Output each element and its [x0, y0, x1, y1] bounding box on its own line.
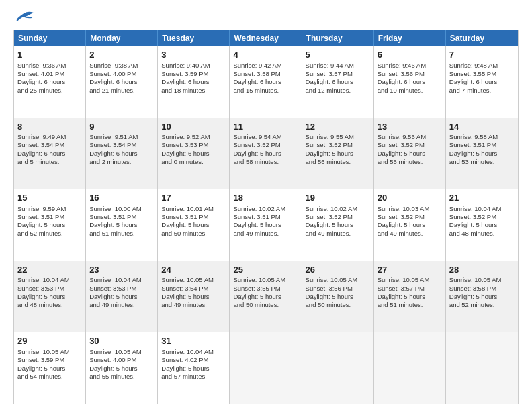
cell-info-line: Sunrise: 10:05 AM: [449, 276, 515, 284]
cell-info-line: and 52 minutes.: [17, 230, 82, 238]
calendar-cell: 26Sunrise: 10:05 AMSunset: 3:56 PMDaylig…: [302, 261, 374, 332]
day-number: 13: [378, 121, 442, 133]
cell-info-line: Sunrise: 10:05 AM: [378, 276, 442, 284]
day-number: 30: [89, 335, 154, 347]
cell-info-line: Sunrise: 9:58 AM: [449, 133, 515, 141]
cell-info-line: Sunset: 3:53 PM: [17, 285, 82, 293]
cell-info-line: and 54 minutes.: [17, 373, 82, 381]
cell-info-line: Sunrise: 9:46 AM: [378, 62, 442, 70]
cell-info-line: Sunset: 4:02 PM: [161, 356, 226, 364]
calendar-cell: 5Sunrise: 9:44 AMSunset: 3:57 PMDaylight…: [302, 46, 374, 118]
cell-info-line: Daylight: 6 hours: [378, 78, 442, 86]
calendar-cell: 15Sunrise: 9:59 AMSunset: 3:51 PMDayligh…: [14, 189, 86, 261]
cell-info-line: Sunset: 3:51 PM: [17, 213, 82, 221]
cell-info-line: Daylight: 5 hours: [306, 221, 370, 229]
weekday-header-wednesday: Wednesday: [230, 30, 302, 46]
cell-info-line: and 5 minutes.: [17, 158, 82, 166]
calendar-cell: 22Sunrise: 10:04 AMSunset: 3:53 PMDaylig…: [14, 261, 86, 332]
weekday-header-tuesday: Tuesday: [158, 30, 230, 46]
cell-info-line: and 7 minutes.: [449, 87, 515, 95]
cell-info-line: Sunset: 3:51 PM: [449, 141, 515, 149]
calendar-cell: 25Sunrise: 10:05 AMSunset: 3:55 PMDaylig…: [230, 261, 302, 332]
cell-info-line: Sunrise: 9:36 AM: [17, 62, 82, 70]
cell-info-line: Daylight: 5 hours: [161, 365, 226, 373]
calendar-cell: [302, 332, 374, 404]
weekday-header-thursday: Thursday: [302, 30, 374, 46]
cell-info-line: and 50 minutes.: [306, 301, 370, 309]
cell-info-line: Sunset: 3:52 PM: [233, 141, 298, 149]
cell-info-line: and 48 minutes.: [449, 230, 515, 238]
day-number: 10: [161, 121, 226, 133]
calendar: SundayMondayTuesdayWednesdayThursdayFrid…: [13, 30, 519, 404]
cell-info-line: and 58 minutes.: [233, 158, 298, 166]
day-number: 21: [449, 192, 515, 204]
cell-info-line: Daylight: 6 hours: [161, 78, 226, 86]
weekday-header-sunday: Sunday: [14, 30, 86, 46]
calendar-cell: 7Sunrise: 9:48 AMSunset: 3:55 PMDaylight…: [446, 46, 518, 118]
cell-info-line: Sunrise: 9:40 AM: [161, 62, 226, 70]
cell-info-line: Sunset: 3:52 PM: [306, 213, 370, 221]
cell-info-line: Daylight: 5 hours: [233, 293, 298, 301]
day-number: 31: [161, 335, 226, 347]
calendar-cell: 21Sunrise: 10:04 AMSunset: 3:52 PMDaylig…: [446, 189, 518, 261]
calendar-cell: 19Sunrise: 10:02 AMSunset: 3:52 PMDaylig…: [302, 189, 374, 261]
cell-info-line: and 2 minutes.: [89, 158, 154, 166]
calendar-row-3: 15Sunrise: 9:59 AMSunset: 3:51 PMDayligh…: [14, 189, 518, 261]
cell-info-line: Sunrise: 9:51 AM: [89, 133, 154, 141]
cell-info-line: Daylight: 6 hours: [89, 78, 154, 86]
cell-info-line: Sunrise: 9:55 AM: [306, 133, 370, 141]
calendar-row-1: 1Sunrise: 9:36 AMSunset: 4:01 PMDaylight…: [14, 46, 518, 118]
cell-info-line: Sunset: 3:54 PM: [89, 141, 154, 149]
cell-info-line: and 57 minutes.: [161, 373, 226, 381]
cell-info-line: Daylight: 6 hours: [17, 78, 82, 86]
day-number: 17: [161, 192, 226, 204]
calendar-body: 1Sunrise: 9:36 AMSunset: 4:01 PMDaylight…: [14, 46, 518, 404]
calendar-cell: 2Sunrise: 9:38 AMSunset: 4:00 PMDaylight…: [86, 46, 158, 118]
cell-info-line: Daylight: 5 hours: [233, 221, 298, 229]
cell-info-line: Sunset: 4:01 PM: [17, 70, 82, 78]
calendar-cell: 29Sunrise: 10:05 AMSunset: 3:59 PMDaylig…: [14, 332, 86, 404]
cell-info-line: Daylight: 6 hours: [449, 78, 515, 86]
cell-info-line: Sunrise: 10:01 AM: [161, 205, 226, 213]
cell-info-line: and 0 minutes.: [161, 158, 226, 166]
cell-info-line: Daylight: 5 hours: [161, 221, 226, 229]
cell-info-line: Sunset: 3:52 PM: [449, 213, 515, 221]
cell-info-line: Daylight: 5 hours: [449, 150, 515, 158]
cell-info-line: Sunset: 3:51 PM: [161, 213, 226, 221]
day-number: 26: [306, 264, 370, 276]
calendar-cell: 6Sunrise: 9:46 AMSunset: 3:56 PMDaylight…: [374, 46, 446, 118]
cell-info-line: Sunrise: 10:05 AM: [17, 348, 82, 356]
cell-info-line: and 49 minutes.: [306, 230, 370, 238]
cell-info-line: Sunrise: 10:05 AM: [89, 348, 154, 356]
weekday-header-friday: Friday: [374, 30, 446, 46]
calendar-row-2: 8Sunrise: 9:49 AMSunset: 3:54 PMDaylight…: [14, 118, 518, 189]
calendar-cell: 20Sunrise: 10:03 AMSunset: 3:52 PMDaylig…: [374, 189, 446, 261]
cell-info-line: Sunrise: 9:59 AM: [17, 205, 82, 213]
cell-info-line: and 56 minutes.: [306, 158, 370, 166]
cell-info-line: Sunrise: 10:05 AM: [161, 276, 226, 284]
day-number: 16: [89, 192, 154, 204]
cell-info-line: Sunrise: 10:05 AM: [306, 276, 370, 284]
cell-info-line: Sunset: 3:55 PM: [449, 70, 515, 78]
cell-info-line: Sunset: 3:51 PM: [233, 213, 298, 221]
calendar-cell: 14Sunrise: 9:58 AMSunset: 3:51 PMDayligh…: [446, 118, 518, 189]
cell-info-line: Daylight: 6 hours: [306, 78, 370, 86]
calendar-cell: 16Sunrise: 10:00 AMSunset: 3:51 PMDaylig…: [86, 189, 158, 261]
calendar-row-5: 29Sunrise: 10:05 AMSunset: 3:59 PMDaylig…: [14, 332, 518, 404]
calendar-cell: [446, 332, 518, 404]
day-number: 8: [17, 121, 82, 133]
cell-info-line: Sunset: 3:57 PM: [306, 70, 370, 78]
day-number: 3: [161, 49, 226, 61]
logo-bird-icon: [13, 11, 35, 24]
cell-info-line: and 10 minutes.: [378, 87, 442, 95]
cell-info-line: Sunset: 3:52 PM: [378, 213, 442, 221]
day-number: 6: [378, 49, 442, 61]
calendar-cell: 13Sunrise: 9:56 AMSunset: 3:52 PMDayligh…: [374, 118, 446, 189]
day-number: 23: [89, 264, 154, 276]
day-number: 11: [233, 121, 298, 133]
cell-info-line: Sunrise: 10:02 AM: [306, 205, 370, 213]
cell-info-line: Sunrise: 10:02 AM: [233, 205, 298, 213]
calendar-cell: 1Sunrise: 9:36 AMSunset: 4:01 PMDaylight…: [14, 46, 86, 118]
calendar-cell: 3Sunrise: 9:40 AMSunset: 3:59 PMDaylight…: [158, 46, 230, 118]
cell-info-line: and 51 minutes.: [378, 301, 442, 309]
